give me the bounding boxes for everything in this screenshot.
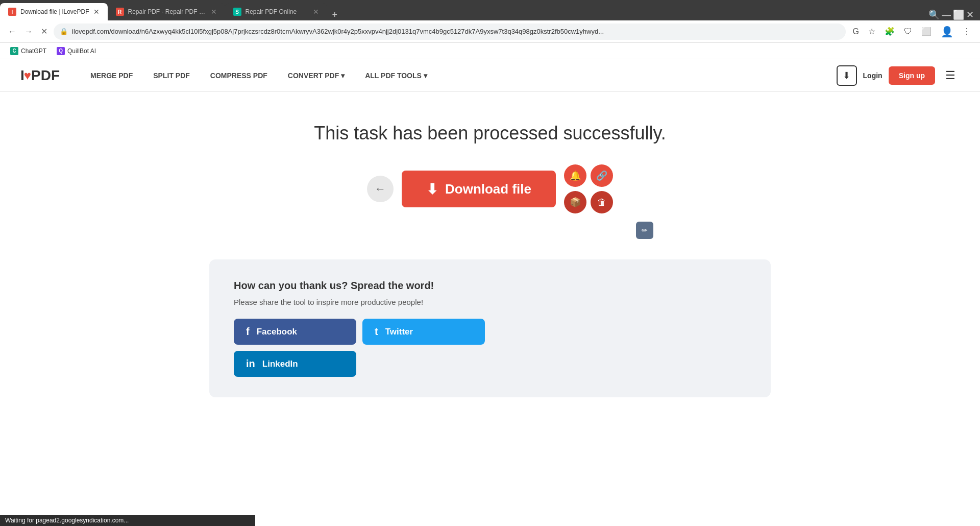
tab-search-icon[interactable]: 🔍: [928, 9, 940, 20]
reload-button[interactable]: ✕: [39, 25, 50, 38]
signup-button[interactable]: Sign up: [889, 66, 935, 85]
linkedin-label: LinkedIn: [262, 359, 298, 369]
bookmark-quillbot[interactable]: Q QuillBot AI: [53, 46, 100, 56]
minimize-button[interactable]: —: [942, 10, 951, 20]
hamburger-menu-icon[interactable]: ☰: [941, 67, 960, 84]
dropbox-button[interactable]: 📦: [564, 191, 586, 213]
profile-icon[interactable]: 👤: [938, 23, 957, 40]
tab-favicon-3: S: [233, 8, 241, 16]
edit-button[interactable]: ✏: [636, 222, 653, 239]
share-top-row: f Facebook t Twitter: [234, 319, 746, 345]
nav-compress-pdf[interactable]: COMPRESS PDF: [200, 71, 278, 80]
bookmark-icon[interactable]: ☆: [865, 25, 878, 38]
download-arrow-icon: ⬇: [426, 181, 438, 198]
notify-icon: 🔔: [570, 170, 581, 181]
bookmark-chatgpt[interactable]: C ChatGPT: [6, 46, 51, 56]
delete-button[interactable]: 🗑: [591, 191, 613, 213]
share-bottom-row: in LinkedIn: [234, 351, 746, 377]
all-tools-chevron-down-icon: ▾: [424, 71, 427, 80]
share-buttons: f Facebook t Twitter in LinkedIn: [234, 319, 746, 377]
google-account-icon[interactable]: G: [850, 25, 862, 38]
tab-title-3: Repair PDF Online: [246, 8, 309, 15]
new-tab-button[interactable]: +: [327, 10, 343, 20]
share-subtitle: Please share the tool to inspire more pr…: [234, 298, 746, 306]
main-content: This task has been processed successfull…: [0, 92, 980, 418]
tab-close-3[interactable]: ✕: [313, 8, 319, 16]
tab-download-file[interactable]: I Download file | iLovePDF ✕: [0, 3, 108, 20]
download-desktop-button[interactable]: ⬇: [837, 65, 857, 86]
share-title: How can you thank us? Spread the word!: [234, 280, 746, 292]
menu-icon[interactable]: ⋮: [960, 25, 974, 38]
status-bar: Waiting for pagead2.googlesyndication.co…: [0, 515, 255, 526]
back-nav-button[interactable]: ←: [6, 25, 18, 38]
nav-merge-pdf[interactable]: MERGE PDF: [80, 71, 143, 80]
tab-favicon-1: I: [8, 8, 16, 16]
bottom-icon-row: 📦 🗑: [564, 191, 613, 213]
top-icon-row: 🔔 🔗: [564, 164, 613, 187]
logo-i: I: [20, 67, 24, 84]
bookmark-chatgpt-label: ChatGPT: [21, 47, 46, 55]
site-navigation: I ♥ PDF MERGE PDF SPLIT PDF COMPRESS PDF…: [0, 59, 980, 92]
download-desktop-icon: ⬇: [843, 70, 850, 81]
linkedin-share-button[interactable]: in LinkedIn: [234, 351, 356, 377]
download-file-button[interactable]: ⬇ Download file: [402, 171, 556, 207]
address-bar[interactable]: 🔒 ilovepdf.com/download/n6Azxwyq4kk5cl10…: [54, 23, 846, 40]
quillbot-favicon: Q: [57, 47, 65, 55]
tab-title-2: Repair PDF - Repair PDF online: [128, 8, 207, 15]
extensions-icon[interactable]: 🧩: [881, 25, 898, 38]
lock-icon: 🔒: [60, 28, 68, 35]
tab-title-1: Download file | iLovePDF: [20, 8, 89, 15]
facebook-icon: f: [246, 326, 250, 338]
back-arrow-icon: ←: [375, 182, 386, 196]
twitter-label: Twitter: [385, 327, 413, 337]
twitter-share-button[interactable]: t Twitter: [362, 319, 485, 345]
status-bar-text: Waiting for pagead2.googlesyndication.co…: [5, 517, 129, 524]
logo-pdf: PDF: [31, 67, 60, 84]
login-button[interactable]: Login: [863, 71, 883, 80]
close-window-button[interactable]: ✕: [966, 9, 974, 20]
sidebar-icon[interactable]: ⬜: [918, 25, 935, 38]
address-text: ilovepdf.com/download/n6Azxwyq4kk5cl10l5…: [72, 28, 840, 35]
site-logo[interactable]: I ♥ PDF: [20, 67, 60, 84]
download-button-label: Download file: [445, 181, 531, 197]
tab-favicon-2: R: [116, 8, 124, 16]
twitter-icon: t: [375, 326, 378, 338]
link-copy-button[interactable]: 🔗: [591, 164, 613, 187]
dropbox-icon: 📦: [570, 197, 581, 208]
edit-pencil-icon: ✏: [642, 226, 648, 234]
chatgpt-favicon: C: [10, 47, 18, 55]
share-section: How can you thank us? Spread the word! P…: [209, 259, 771, 397]
nav-convert-pdf[interactable]: CONVERT PDF ▾: [278, 71, 355, 80]
tab-close-1[interactable]: ✕: [93, 8, 100, 16]
trash-icon: 🗑: [597, 197, 606, 208]
tab-repair-pdf-1[interactable]: R Repair PDF - Repair PDF online ✕: [108, 3, 225, 20]
link-icon: 🔗: [596, 170, 607, 181]
bookmark-quillbot-label: QuillBot AI: [67, 47, 96, 55]
forward-nav-button[interactable]: →: [22, 25, 35, 38]
linkedin-icon: in: [246, 358, 255, 370]
tab-repair-pdf-2[interactable]: S Repair PDF Online ✕: [225, 3, 327, 20]
nav-right: ⬇ Login Sign up ☰: [837, 65, 960, 86]
shield-icon[interactable]: 🛡: [901, 25, 915, 38]
action-row: ← ⬇ Download file 🔔 🔗 📦: [367, 164, 613, 213]
nav-links: MERGE PDF SPLIT PDF COMPRESS PDF CONVERT…: [80, 71, 437, 80]
success-message: This task has been processed successfull…: [314, 123, 666, 144]
facebook-label: Facebook: [257, 327, 297, 337]
logo-heart-icon: ♥: [24, 68, 31, 83]
notify-button[interactable]: 🔔: [564, 164, 586, 187]
nav-all-pdf-tools[interactable]: ALL PDF TOOLS ▾: [355, 71, 437, 80]
tab-close-2[interactable]: ✕: [211, 8, 217, 16]
maximize-button[interactable]: ⬜: [953, 9, 964, 20]
nav-split-pdf[interactable]: SPLIT PDF: [143, 71, 200, 80]
side-action-icons: 🔔 🔗 📦 🗑: [564, 164, 613, 213]
facebook-share-button[interactable]: f Facebook: [234, 319, 356, 345]
convert-chevron-down-icon: ▾: [341, 71, 345, 80]
back-button[interactable]: ←: [367, 176, 394, 202]
